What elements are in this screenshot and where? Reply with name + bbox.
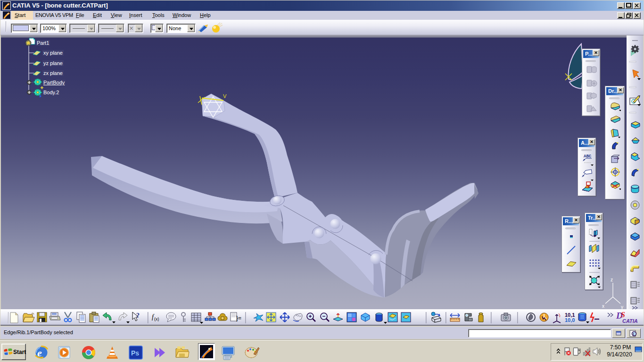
svg-text:Ps: Ps	[131, 349, 139, 357]
svg-text:z: z	[611, 277, 613, 282]
svg-text:i: i	[633, 332, 634, 336]
svg-text:10,0: 10,0	[565, 317, 575, 323]
svg-text:x: x	[602, 304, 604, 309]
svg-text:?: ?	[136, 312, 140, 319]
svg-text:(x): (x)	[154, 317, 159, 321]
svg-text:CATIA: CATIA	[622, 318, 638, 324]
svg-text:}=: }=	[236, 315, 241, 321]
svg-text:S: S	[621, 311, 625, 319]
svg-text:y: y	[621, 304, 623, 309]
svg-text:V: V	[223, 93, 227, 99]
